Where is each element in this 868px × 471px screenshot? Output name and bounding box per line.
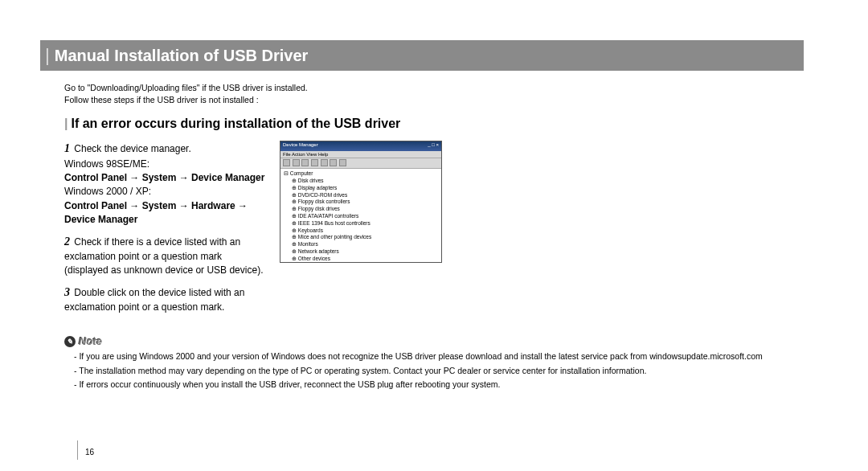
devmgr-title: Device Manager xyxy=(283,142,318,150)
step-2-text: Check if there is a device listed with a… xyxy=(64,236,263,276)
section-heading-text: If an error occurs during installation o… xyxy=(71,117,400,130)
page-number: 16 xyxy=(85,448,94,457)
step-1-os1: Windows 98SE/ME: xyxy=(64,158,149,170)
note-list: - If you are using Windows 2000 and your… xyxy=(64,350,804,391)
note-item: - The installation method may vary depen… xyxy=(74,365,804,377)
window-controls-icon: _ □ × xyxy=(428,142,439,150)
intro-text: Go to "Downloading/Uploading files" if t… xyxy=(64,82,804,105)
step-1-os2: Windows 2000 / XP: xyxy=(64,186,151,197)
tree-item: ⊕ DVD/CD-ROM drives xyxy=(284,192,438,199)
tree-item: ⊟ Computer xyxy=(284,170,438,178)
step-1-path2b: Device Manager xyxy=(64,214,137,225)
devmgr-toolbar xyxy=(280,158,441,169)
tree-item: ⊕ Display adapters xyxy=(284,185,438,192)
tree-item: ⊕ Keyboards xyxy=(284,227,438,235)
step-1-path1: Control Panel → System → Device Manager xyxy=(64,172,264,183)
step-number: 2 xyxy=(64,236,70,248)
tree-item: ⊕ IDE ATA/ATAPI controllers xyxy=(284,213,438,220)
devmgr-titlebar: Device Manager _ □ × xyxy=(280,141,441,151)
title-pipe-icon: | xyxy=(45,45,50,66)
tree-item: ⊕ Mice and other pointing devices xyxy=(284,234,438,241)
note-icon: ✎ xyxy=(64,336,76,347)
toolbar-icon xyxy=(283,159,290,166)
section-heading: |If an error occurs during installation … xyxy=(64,117,804,131)
usb-device-highlight: USB Device xyxy=(304,262,340,263)
note-item-text: If errors occur continuously when you in… xyxy=(79,379,500,389)
manual-page: | Manual Installation of USB Driver Go t… xyxy=(0,0,868,408)
step-1: 1 Check the device manager. Windows 98SE… xyxy=(64,141,265,227)
tree-item: ⊕ Network adapters xyxy=(284,248,438,256)
steps-column: 1 Check the device manager. Windows 98SE… xyxy=(64,141,265,321)
page-title: Manual Installation of USB Driver xyxy=(55,47,309,65)
step-3: 3 Double click on the device listed with… xyxy=(64,285,265,315)
tree-item: ⊕ IEEE 1394 Bus host controllers xyxy=(284,220,438,227)
tree-item: ⊕ Disk drives xyxy=(284,178,438,185)
step-1-text: Check the device manager. xyxy=(74,143,190,154)
note-item: - If you are using Windows 2000 and your… xyxy=(74,350,804,362)
step-2: 2 Check if there is a device listed with… xyxy=(64,234,265,278)
tree-item: ⊕ Floppy disk drives xyxy=(284,206,438,213)
content-row: 1 Check the device manager. Windows 98SE… xyxy=(64,141,804,321)
note-heading: ✎ Note xyxy=(64,335,804,347)
step-3-text: Double click on the device listed with a… xyxy=(64,287,244,313)
page-number-divider xyxy=(77,440,78,460)
step-number: 3 xyxy=(64,286,70,298)
devmgr-menubar: File Action View Help xyxy=(280,151,441,158)
toolbar-icon xyxy=(330,159,337,166)
section-pipe-icon: | xyxy=(64,117,68,130)
tree-item-highlight: ? USB Device xyxy=(284,262,438,263)
toolbar-icon xyxy=(321,159,328,166)
tree-item: ⊕ Other devices xyxy=(284,256,438,263)
note-item: - If errors occur continuously when you … xyxy=(74,379,804,391)
intro-line-1: Go to "Downloading/Uploading files" if t… xyxy=(64,82,804,94)
intro-line-2: Follow these steps if the USB driver is … xyxy=(64,94,804,106)
note-label: Note xyxy=(79,335,102,347)
devmgr-tree: ⊟ Computer ⊕ Disk drives ⊕ Display adapt… xyxy=(280,169,441,263)
tree-item: ⊕ Floppy disk controllers xyxy=(284,199,438,206)
toolbar-icon xyxy=(301,159,309,166)
toolbar-icon xyxy=(293,159,300,166)
note-item-text: If you are using Windows 2000 and your v… xyxy=(79,351,762,361)
toolbar-icon xyxy=(339,159,346,166)
device-manager-screenshot: Device Manager _ □ × File Action View He… xyxy=(280,141,442,263)
tree-item: ⊕ Monitors xyxy=(284,241,438,248)
toolbar-icon xyxy=(311,159,318,166)
note-item-text: The installation method may vary dependi… xyxy=(79,366,646,375)
step-1-path2a: Control Panel → System → Hardware → xyxy=(64,200,248,211)
page-title-bar: | Manual Installation of USB Driver xyxy=(40,40,804,71)
step-number: 1 xyxy=(64,142,70,154)
note-block: ✎ Note - If you are using Windows 2000 a… xyxy=(64,335,804,391)
